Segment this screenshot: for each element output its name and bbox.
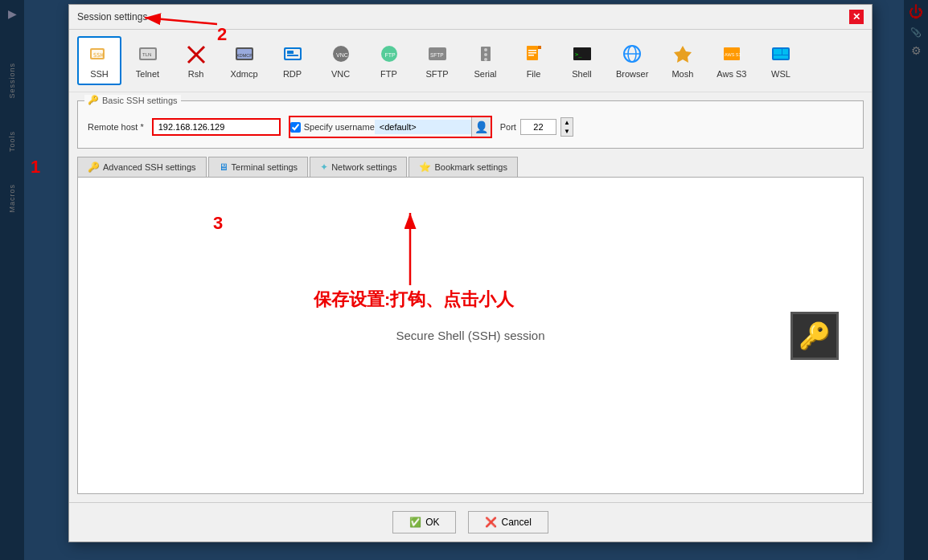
tab-advanced-ssh-icon: 🔑: [88, 161, 100, 173]
ssh-fields-row: Remote host * Specify username 👤 Port ▲ …: [88, 116, 853, 138]
tab-network-label: Network settings: [331, 162, 396, 172]
rdp-icon: [281, 43, 305, 67]
telnet-icon: TLN: [136, 43, 160, 67]
ftp-icon: FTP: [377, 43, 401, 67]
svg-text:SFTP: SFTP: [430, 52, 444, 58]
protocol-wsl[interactable]: WSL: [758, 36, 803, 85]
protocol-shell[interactable]: >_ Shell: [560, 36, 604, 85]
basic-ssh-settings-group: 🔑 Basic SSH settings Remote host * Speci…: [77, 100, 864, 149]
protocol-rsh-label: Rsh: [188, 69, 204, 79]
svg-rect-29: [528, 52, 536, 54]
protocol-telnet[interactable]: TLN Telnet: [125, 36, 170, 85]
serial-icon: [474, 43, 498, 67]
port-up-button[interactable]: ▲: [561, 118, 573, 127]
port-spinner: ▲ ▼: [560, 117, 573, 137]
tab-content-area: Secure Shell (SSH) session 🔑: [77, 178, 864, 494]
remote-host-input[interactable]: [152, 118, 281, 136]
xdmcp-icon: XDMCP: [232, 43, 257, 67]
mosh-icon: [671, 43, 695, 67]
protocol-sftp[interactable]: SFTP SFTP: [415, 36, 459, 85]
ok-button[interactable]: ✅ OK: [392, 511, 456, 533]
protocol-mosh[interactable]: Mosh: [660, 36, 704, 85]
protocol-rsh[interactable]: Rsh: [174, 36, 218, 85]
protocol-serial-label: Serial: [474, 69, 496, 79]
protocol-file[interactable]: File: [511, 36, 556, 85]
svg-text:FTP: FTP: [384, 52, 396, 58]
protocol-mosh-label: Mosh: [671, 69, 693, 79]
svg-text:VNC: VNC: [336, 52, 348, 58]
dialog-title: Session settings: [77, 11, 147, 22]
protocol-shell-label: Shell: [572, 69, 591, 79]
protocol-ssh-label: SSH: [90, 69, 109, 79]
protocol-rdp[interactable]: RDP: [270, 36, 314, 85]
dialog-footer: ✅ OK ❌ Cancel: [69, 502, 872, 542]
protocol-awss3-label: Aws S3: [717, 69, 746, 79]
settings-group-title: 🔑 Basic SSH settings: [84, 95, 181, 105]
ssh-icon: SSH: [88, 43, 112, 67]
browse-user-button[interactable]: 👤: [471, 117, 491, 137]
session-settings-dialog: Session settings ✕ SSH SSH TLN: [68, 4, 873, 542]
awss3-icon: AWS S3: [720, 43, 744, 67]
ok-icon: ✅: [409, 517, 421, 528]
protocol-vnc-label: VNC: [331, 69, 350, 79]
tab-advanced-ssh[interactable]: 🔑 Advanced SSH settings: [77, 157, 207, 177]
tab-terminal[interactable]: 🖥 Terminal settings: [208, 157, 309, 177]
svg-point-22: [484, 48, 487, 51]
svg-text:>_: >_: [575, 51, 582, 58]
protocol-awss3[interactable]: AWS S3 Aws S3: [708, 36, 754, 85]
wsl-icon: [769, 43, 793, 67]
svg-rect-41: [782, 49, 788, 55]
settings-group-icon: 🔑: [88, 95, 99, 105]
tab-network-icon: ✦: [320, 161, 328, 173]
tab-bookmark[interactable]: ⭐ Bookmark settings: [409, 157, 517, 177]
protocol-xdmcp-label: Xdmcp: [230, 69, 257, 79]
username-input[interactable]: [375, 120, 471, 134]
svg-text:SSH: SSH: [93, 52, 104, 59]
tab-network[interactable]: ✦ Network settings: [310, 157, 407, 177]
ok-label: OK: [425, 517, 439, 528]
protocol-sftp-label: SFTP: [425, 69, 448, 79]
svg-point-23: [484, 53, 487, 56]
svg-rect-14: [287, 55, 298, 56]
port-down-button[interactable]: ▼: [561, 127, 573, 136]
port-label: Port: [500, 122, 516, 132]
svg-text:AWS S3: AWS S3: [725, 52, 741, 57]
protocol-browser[interactable]: Browser: [608, 36, 656, 85]
cancel-button[interactable]: ❌ Cancel: [468, 511, 548, 533]
protocol-file-label: File: [527, 69, 541, 79]
protocol-bar: SSH SSH TLN Telnet Rsh: [69, 30, 872, 92]
svg-rect-30: [528, 55, 534, 56]
cancel-icon: ❌: [485, 517, 497, 528]
svg-point-24: [484, 58, 487, 61]
settings-group-label: Basic SSH settings: [102, 96, 178, 105]
tab-advanced-ssh-label: Advanced SSH settings: [103, 162, 196, 172]
ssh-session-label: Secure Shell (SSH) session: [396, 329, 544, 342]
svg-text:XDMCP: XDMCP: [236, 53, 253, 58]
protocol-serial[interactable]: Serial: [463, 36, 507, 85]
protocol-vnc[interactable]: VNC VNC: [318, 36, 363, 85]
tab-bookmark-icon: ⭐: [419, 161, 431, 173]
protocol-ftp-label: FTP: [380, 69, 397, 79]
svg-rect-13: [287, 51, 294, 54]
svg-rect-28: [528, 50, 536, 51]
svg-text:TLN: TLN: [142, 52, 151, 57]
svg-marker-36: [674, 46, 692, 63]
protocol-ssh[interactable]: SSH SSH: [77, 36, 121, 85]
protocol-xdmcp[interactable]: XDMCP Xdmcp: [222, 36, 266, 85]
dialog-content: 🔑 Basic SSH settings Remote host * Speci…: [69, 92, 872, 502]
shell-icon: >_: [570, 43, 594, 67]
tab-bookmark-label: Bookmark settings: [434, 162, 507, 172]
dialog-close-button[interactable]: ✕: [849, 10, 864, 24]
protocol-ftp[interactable]: FTP FTP: [367, 36, 411, 85]
remote-host-label: Remote host *: [88, 122, 144, 132]
ssh-session-area: Secure Shell (SSH) session 🔑: [86, 186, 855, 485]
specify-username-checkbox[interactable]: [290, 122, 301, 133]
port-input[interactable]: [520, 119, 556, 135]
protocol-browser-label: Browser: [616, 69, 648, 79]
tab-terminal-icon: 🖥: [219, 161, 228, 173]
vnc-icon: VNC: [329, 43, 353, 67]
file-icon: [522, 43, 546, 67]
tab-bar: 🔑 Advanced SSH settings 🖥 Terminal setti…: [77, 157, 864, 178]
svg-rect-40: [774, 49, 782, 55]
cancel-label: Cancel: [501, 517, 531, 528]
